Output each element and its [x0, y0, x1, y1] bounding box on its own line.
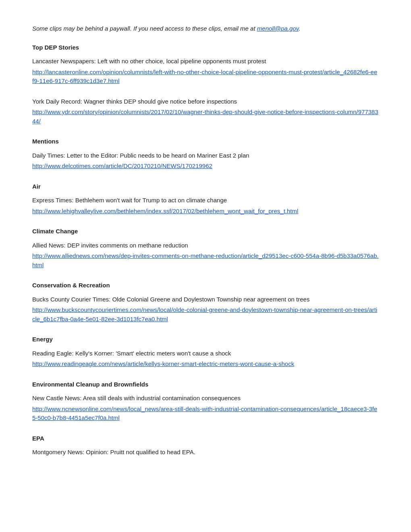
section-top-dep-stories: Top DEP StoriesLancaster Newspapers: Lef… — [32, 43, 379, 126]
article-title: Express Times: Bethlehem won't wait for … — [32, 196, 379, 205]
section-heading-conservation-recreation: Conservation & Recreation — [32, 281, 379, 290]
section-heading-epa: EPA — [32, 434, 379, 443]
section-climate-change: Climate ChangeAllied News: DEP invites c… — [32, 227, 379, 270]
article-title: Allied News: DEP invites comments on met… — [32, 241, 379, 250]
section-epa: EPAMontgomery News: Opinion: Pruitt not … — [32, 434, 379, 457]
intro-trailing: . — [299, 25, 300, 32]
section-mentions: MentionsDaily Times: Letter to the Edito… — [32, 137, 379, 171]
article-link[interactable]: http://www.delcotimes.com/article/DC/201… — [32, 162, 379, 171]
section-heading-top-dep-stories: Top DEP Stories — [32, 43, 379, 52]
article-block: Allied News: DEP invites comments on met… — [32, 241, 379, 270]
section-heading-environmental-cleanup: Environmental Cleanup and Brownfields — [32, 380, 379, 389]
article-title: York Daily Record: Wagner thinks DEP sho… — [32, 97, 379, 106]
section-heading-climate-change: Climate Change — [32, 227, 379, 236]
email-link[interactable]: menoll@pa.gov — [257, 25, 299, 32]
article-link[interactable]: http://www.readingeagle.com/news/article… — [32, 360, 379, 369]
article-block: Reading Eagle: Kelly's Korner: 'Smart' e… — [32, 349, 379, 369]
article-link[interactable]: http://www.ncnewsonline.com/news/local_n… — [32, 405, 379, 423]
intro-paragraph: Some clips may be behind a paywall. If y… — [32, 24, 379, 33]
article-block: Montgomery News: Opinion: Pruitt not qua… — [32, 448, 379, 457]
section-heading-mentions: Mentions — [32, 137, 379, 146]
article-block: Lancaster Newspapers: Left with no other… — [32, 57, 379, 86]
article-link[interactable]: http://lancasteronline.com/opinion/colum… — [32, 68, 379, 86]
section-heading-air: Air — [32, 182, 379, 191]
article-title: Montgomery News: Opinion: Pruitt not qua… — [32, 448, 379, 457]
section-conservation-recreation: Conservation & RecreationBucks County Co… — [32, 281, 379, 324]
article-link[interactable]: http://www.alliednews.com/news/dep-invit… — [32, 251, 379, 270]
article-title: Bucks County Courier Times: Olde Colonia… — [32, 295, 379, 304]
article-title: Daily Times: Letter to the Editor: Publi… — [32, 151, 379, 160]
section-air: AirExpress Times: Bethlehem won't wait f… — [32, 182, 379, 216]
article-link[interactable]: http://www.buckscountycouriertimes.com/n… — [32, 305, 379, 324]
article-block: Bucks County Courier Times: Olde Colonia… — [32, 295, 379, 324]
article-block: New Castle News: Area still deals with i… — [32, 394, 379, 423]
article-block: York Daily Record: Wagner thinks DEP sho… — [32, 97, 379, 126]
article-link[interactable]: http://www.lehighvalleylive.com/bethlehe… — [32, 207, 379, 216]
sections-container: Top DEP StoriesLancaster Newspapers: Lef… — [32, 43, 379, 457]
intro-text: Some clips may be behind a paywall. If y… — [32, 25, 257, 32]
article-title: New Castle News: Area still deals with i… — [32, 394, 379, 403]
article-block: Daily Times: Letter to the Editor: Publi… — [32, 151, 379, 171]
article-title: Lancaster Newspapers: Left with no other… — [32, 57, 379, 66]
article-block: Express Times: Bethlehem won't wait for … — [32, 196, 379, 216]
article-link[interactable]: http://www.ydr.com/story/opinion/columni… — [32, 108, 379, 126]
section-heading-energy: Energy — [32, 335, 379, 344]
section-environmental-cleanup: Environmental Cleanup and BrownfieldsNew… — [32, 380, 379, 423]
article-title: Reading Eagle: Kelly's Korner: 'Smart' e… — [32, 349, 379, 358]
section-energy: EnergyReading Eagle: Kelly's Korner: 'Sm… — [32, 335, 379, 369]
